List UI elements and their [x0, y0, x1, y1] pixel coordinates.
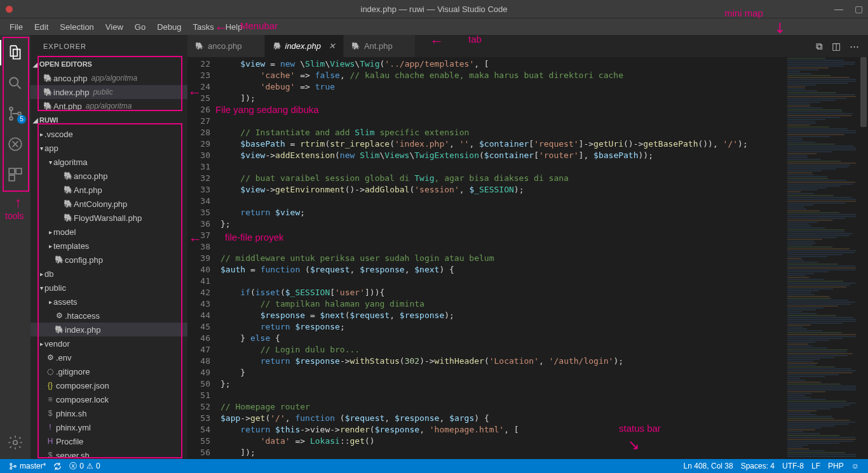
git-icon: ◌: [44, 367, 56, 376]
tree-file[interactable]: 🐘AntColony.php: [31, 197, 187, 211]
menu-item-selection[interactable]: Selection: [54, 18, 99, 36]
tree-file[interactable]: $server.sh: [31, 448, 187, 459]
tree-file[interactable]: ⚙.htaccess: [31, 309, 187, 323]
activity-explorer[interactable]: [0, 40, 31, 65]
svg-rect-5: [9, 168, 15, 174]
activity-search[interactable]: [0, 70, 31, 96]
menu-item-go[interactable]: Go: [129, 18, 151, 36]
menu-item-file[interactable]: File: [4, 18, 29, 36]
tree-file[interactable]: 🐘Ant.php: [31, 183, 187, 197]
svg-rect-7: [9, 175, 15, 181]
tree-file[interactable]: 🐘config.php: [31, 253, 187, 267]
window-close-dot[interactable]: [6, 6, 13, 13]
status-eol[interactable]: LF: [808, 462, 824, 470]
tabs-bar: 🐘anco.php✕🐘index.php✕🐘Ant.php✕ ⧉ ◫ ⋯: [187, 35, 868, 57]
menu-item-edit[interactable]: Edit: [29, 18, 54, 36]
open-editor-item[interactable]: 🐘index.phppublic: [31, 85, 187, 99]
php-icon: 🐘: [42, 74, 53, 83]
twisty-icon: ▾: [38, 145, 44, 152]
scm-badge: 5: [17, 115, 26, 124]
status-branch[interactable]: master*: [5, 462, 50, 470]
twisty-icon: ▾: [47, 159, 53, 166]
project-header[interactable]: ◢ RUWI: [31, 113, 187, 127]
gear-icon: ⚙: [44, 353, 56, 362]
editor-tab[interactable]: 🐘index.php✕: [265, 35, 344, 57]
tree-file[interactable]: ⚙.env: [31, 350, 187, 364]
tree-file[interactable]: 🐘index.php: [31, 323, 187, 336]
tree-file[interactable]: 🐘FloydWarshall.php: [31, 211, 187, 225]
shell-icon: $: [44, 451, 56, 459]
line-gutter: 2223242526272829303132333435363738394041…: [187, 57, 219, 459]
tree-folder[interactable]: ▸assets: [31, 295, 187, 309]
scrollbar-thumb[interactable]: [860, 57, 867, 127]
status-cursor[interactable]: Ln 408, Col 38: [680, 462, 737, 470]
text-icon: ≡: [44, 395, 56, 404]
tree-folder[interactable]: ▾public: [31, 281, 187, 295]
scrollbar-vertical[interactable]: [859, 57, 868, 459]
php-icon: 🐘: [62, 213, 74, 222]
tree-file[interactable]: ◌.gitignore: [31, 364, 187, 378]
activity-debug[interactable]: [0, 131, 31, 157]
menu-item-debug[interactable]: Debug: [151, 18, 187, 36]
status-sync[interactable]: [50, 462, 65, 470]
activity-scm[interactable]: 5: [0, 101, 31, 126]
window-maximize-icon[interactable]: ▢: [855, 4, 863, 14]
menu-item-tasks[interactable]: Tasks: [187, 18, 219, 36]
tree-folder[interactable]: ▸db: [31, 267, 187, 281]
code-editor[interactable]: $view = new \Slim\Views\Twig('../app/tem…: [219, 57, 784, 459]
tree-file[interactable]: ≡composer.lock: [31, 392, 187, 406]
status-spaces[interactable]: Spaces: 4: [737, 462, 778, 470]
status-language[interactable]: PHP: [824, 462, 848, 470]
gear-icon: ⚙: [53, 311, 65, 320]
status-bar: master* ⓧ0 ⚠0 Ln 408, Col 38 Spaces: 4 U…: [0, 459, 868, 473]
twisty-icon: ▸: [47, 298, 53, 305]
status-problems[interactable]: ⓧ0 ⚠0: [65, 461, 104, 472]
twisty-icon: ▸: [47, 243, 53, 250]
debug-icon: [7, 136, 24, 152]
php-icon: 🐘: [62, 171, 74, 180]
tree-folder[interactable]: ▸templates: [31, 239, 187, 253]
tree-file[interactable]: 🐘anco.php: [31, 169, 187, 183]
svg-rect-6: [16, 168, 22, 174]
tree-file[interactable]: {}composer.json: [31, 378, 187, 392]
activity-extensions[interactable]: [0, 162, 31, 187]
tree-folder[interactable]: ▾app: [31, 141, 187, 155]
editor-tab[interactable]: 🐘Ant.php✕: [344, 35, 416, 57]
status-encoding[interactable]: UTF-8: [778, 462, 808, 470]
menu-item-help[interactable]: Help: [220, 18, 248, 36]
tree-file[interactable]: HProcfile: [31, 434, 187, 448]
php-icon: 🐘: [62, 199, 74, 208]
compare-icon[interactable]: ⧉: [816, 41, 823, 52]
window-minimize-icon[interactable]: —: [834, 4, 843, 14]
status-feedback[interactable]: ☺: [848, 462, 863, 470]
chevron-down-icon: ◢: [33, 117, 38, 124]
php-icon: 🐘: [62, 185, 74, 194]
minimap[interactable]: [784, 57, 859, 459]
more-icon[interactable]: ⋯: [850, 41, 859, 52]
menu-item-view[interactable]: View: [100, 18, 129, 36]
tree-folder[interactable]: ▸.vscode: [31, 127, 187, 141]
close-icon[interactable]: ✕: [329, 41, 336, 51]
tree-folder[interactable]: ▸vendor: [31, 336, 187, 350]
split-editor-icon[interactable]: ◫: [832, 41, 841, 52]
project-tree: ▸.vscode▾app▾algoritma🐘anco.php🐘Ant.php🐘…: [31, 127, 187, 459]
yaml-icon: !: [44, 423, 56, 432]
search-icon: [7, 75, 24, 91]
php-icon: 🐘: [351, 42, 360, 50]
twisty-icon: ▸: [38, 340, 44, 347]
project-label: RUWI: [39, 116, 58, 124]
tree-folder[interactable]: ▸model: [31, 225, 187, 239]
tree-folder[interactable]: ▾algoritma: [31, 155, 187, 169]
tree-file[interactable]: $phinx.sh: [31, 406, 187, 420]
open-editor-item[interactable]: 🐘anco.phpapp/algoritma: [31, 71, 187, 85]
warning-icon: ⚠: [86, 462, 93, 470]
php-icon: 🐘: [195, 42, 204, 50]
svg-point-1: [10, 107, 13, 110]
activity-settings[interactable]: [0, 430, 31, 455]
branch-icon: [9, 462, 17, 470]
window-title: index.php — ruwi — Visual Studio Code: [0, 4, 868, 14]
tree-file[interactable]: !phinx.yml: [31, 420, 187, 434]
open-editor-item[interactable]: 🐘Ant.phpapp/algoritma: [31, 99, 187, 113]
editor-tab[interactable]: 🐘anco.php✕: [187, 35, 265, 57]
open-editors-header[interactable]: ◢ OPEN EDITORS: [31, 57, 187, 71]
